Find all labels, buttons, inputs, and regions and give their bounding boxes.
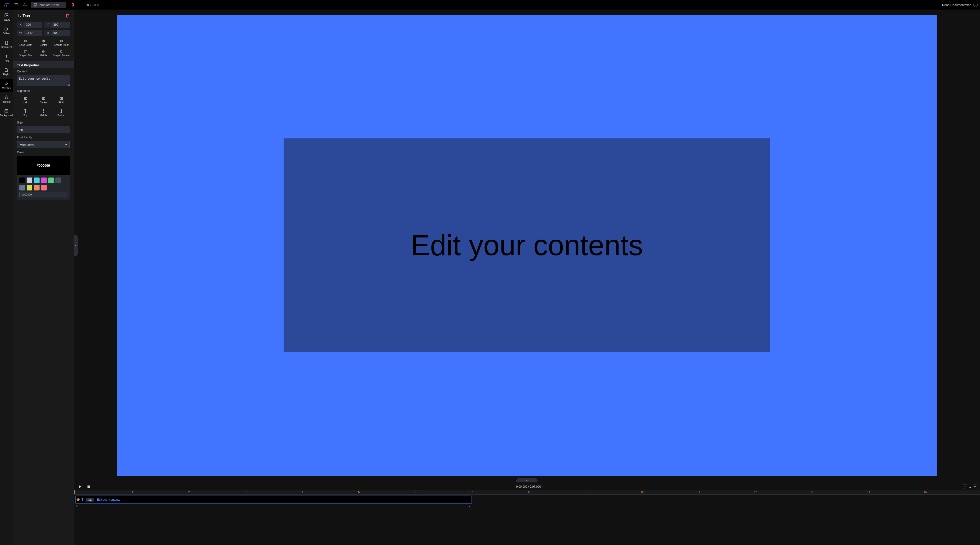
- align-top-button[interactable]: Top: [17, 107, 34, 118]
- align-middle-button[interactable]: Middle: [35, 107, 52, 118]
- clip-type-badge: Text: [86, 498, 94, 502]
- pos-y-field[interactable]: Y: [45, 22, 70, 28]
- time-display: 0:00.000 / 0:07.000: [94, 485, 963, 488]
- snap-top-button[interactable]: Snap to Top: [17, 50, 34, 59]
- text-type-icon: T: [81, 497, 84, 502]
- color-preview-box[interactable]: #000000: [17, 156, 70, 175]
- ruler-tick-14: 14: [867, 491, 870, 493]
- tool-picture-label: Picture: [3, 19, 10, 21]
- canvas-text-element[interactable]: Edit your contents: [283, 139, 770, 352]
- color-swatch-6[interactable]: [19, 185, 25, 190]
- color-swatch-1[interactable]: [27, 177, 32, 183]
- size-h-field[interactable]: H: [45, 30, 70, 36]
- tool-background[interactable]: Background: [0, 106, 13, 120]
- text-properties-heading: Text Properties: [13, 61, 73, 69]
- read-documentation-link[interactable]: Read Documentation: [942, 3, 971, 7]
- play-button[interactable]: [77, 484, 83, 489]
- clip-start-time: 0: [76, 504, 78, 507]
- ruler-tick-9: 9: [585, 491, 586, 493]
- chevron-down-icon: [65, 144, 67, 145]
- left-toolbar: Picture Video Document Text Playlist Web…: [0, 10, 13, 545]
- timeline-playhead[interactable]: [74, 490, 75, 494]
- tool-animator-label: Animator: [2, 100, 11, 103]
- tool-video-label: Video: [3, 32, 10, 35]
- color-swatch-7[interactable]: [27, 185, 32, 190]
- template-image-icon: [33, 2, 38, 8]
- clip-end-time: 7: [469, 504, 470, 507]
- color-swatch-5[interactable]: [56, 177, 61, 183]
- timeline-rows: T Text Edit your contents 0 7: [74, 495, 980, 545]
- align-right-button[interactable]: Right: [53, 94, 70, 106]
- canvas-stage[interactable]: Edit your contents: [117, 14, 937, 476]
- keyframe-icon: [76, 498, 80, 501]
- ruler-tick-10: 10: [641, 491, 643, 493]
- app-logo[interactable]: [3, 2, 10, 8]
- snap-bottom-button[interactable]: Snap to Bottom: [53, 50, 70, 59]
- tool-text[interactable]: Text: [0, 51, 13, 65]
- tool-animator[interactable]: Animator: [0, 92, 13, 106]
- cloud-upload-icon[interactable]: [22, 2, 28, 8]
- delete-template-button[interactable]: [70, 2, 76, 8]
- color-hex-input[interactable]: [19, 192, 67, 197]
- size-w-field[interactable]: W: [17, 30, 43, 36]
- size-label: Size: [13, 120, 73, 125]
- tool-video[interactable]: Video: [0, 24, 13, 38]
- delete-element-button[interactable]: [65, 13, 70, 19]
- ruler-tick-15: 15: [924, 491, 927, 493]
- alignment-label: Alignment: [13, 88, 73, 94]
- svg-rect-0: [34, 3, 37, 6]
- font-family-select[interactable]: Montserrat: [17, 141, 70, 148]
- topbar: 1920 x 1080 Read Documentation ?: [0, 0, 980, 10]
- ruler-tick-7: 7: [471, 491, 473, 493]
- color-swatch-0[interactable]: [19, 177, 25, 183]
- help-icon[interactable]: ?: [973, 3, 978, 7]
- ruler-tick-0: 0: [76, 491, 77, 493]
- content-textarea[interactable]: [17, 75, 70, 86]
- color-swatch-9[interactable]: [41, 185, 47, 190]
- ruler-tick-13: 13: [810, 491, 813, 493]
- tool-document[interactable]: Document: [0, 38, 13, 51]
- svg-rect-6: [5, 109, 8, 113]
- snap-left-button[interactable]: Snap to left: [17, 39, 34, 49]
- tool-weblink[interactable]: Weblink: [0, 79, 13, 92]
- zoom-in-button[interactable]: +: [973, 484, 977, 489]
- align-bottom-button[interactable]: Bottom: [53, 107, 70, 118]
- ruler-tick-8: 8: [528, 491, 530, 493]
- collapse-panel-button[interactable]: [74, 234, 78, 256]
- size-h-input[interactable]: [51, 30, 70, 36]
- align-left-button[interactable]: Left: [17, 94, 34, 106]
- font-size-input[interactable]: [17, 126, 70, 133]
- tool-text-label: Text: [4, 59, 9, 62]
- template-name-input-wrap: [31, 2, 66, 8]
- zoom-value: 1: [969, 485, 971, 488]
- canvas-area: Edit your contents: [74, 10, 980, 481]
- color-swatch-8[interactable]: [34, 185, 40, 190]
- svg-point-3: [5, 14, 6, 15]
- ruler-tick-4: 4: [302, 491, 303, 493]
- timeline-toggle-button[interactable]: [516, 478, 538, 482]
- hamburger-icon[interactable]: [13, 2, 20, 8]
- zoom-out-button[interactable]: −: [963, 484, 967, 489]
- tool-playlist[interactable]: Playlist: [0, 65, 13, 79]
- color-swatch-2[interactable]: [34, 177, 40, 183]
- timeline-ruler[interactable]: 0123456789101112131415: [74, 490, 980, 495]
- align-center-button[interactable]: Center: [35, 94, 52, 106]
- pos-y-input[interactable]: [51, 22, 70, 28]
- content-label: Content: [13, 69, 73, 74]
- color-swatch-3[interactable]: [41, 177, 47, 183]
- pos-x-field[interactable]: X: [17, 22, 43, 28]
- tool-playlist-label: Playlist: [3, 73, 10, 76]
- svg-rect-4: [5, 28, 7, 30]
- svg-rect-5: [5, 69, 7, 72]
- size-w-input[interactable]: [24, 30, 43, 36]
- snap-middle-button[interactable]: Middle: [35, 50, 52, 59]
- tool-picture[interactable]: Picture: [0, 10, 13, 24]
- snap-right-button[interactable]: Snap to Right: [53, 39, 70, 49]
- color-label: Color: [13, 149, 73, 155]
- pos-x-input[interactable]: [24, 22, 43, 28]
- stop-button[interactable]: [85, 484, 92, 489]
- snap-center-button[interactable]: Center: [35, 39, 52, 49]
- color-swatch-4[interactable]: [48, 177, 54, 183]
- timeline-clip[interactable]: T Text Edit your contents: [75, 496, 472, 504]
- template-name-input[interactable]: [38, 3, 64, 7]
